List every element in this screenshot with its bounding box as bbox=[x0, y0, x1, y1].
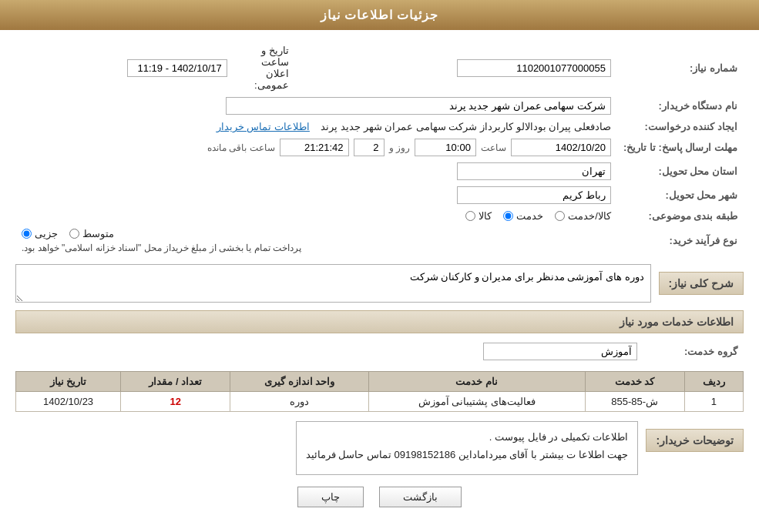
col-quantity: تعداد / مقدار bbox=[121, 372, 230, 392]
back-button[interactable]: بازگشت bbox=[379, 487, 462, 507]
time-input[interactable] bbox=[415, 139, 476, 156]
services-table: ردیف کد خدمت نام خدمت واحد اندازه گیری ت… bbox=[15, 371, 744, 412]
radio-mutawasit-label: متوسط bbox=[82, 228, 114, 239]
purchase-radio-group: متوسط جزیی bbox=[22, 228, 114, 239]
buttons-row: بازگشت چاپ bbox=[15, 487, 744, 507]
description-row: شرح کلی نیاز: دوره های آموزشی مدنظر برای… bbox=[15, 264, 744, 303]
purchase-label: نوع فرآیند خرید: bbox=[617, 225, 744, 256]
row-category: طبقه بندی موضوعی: کالا/خدمت خدمت کالا bbox=[15, 207, 744, 225]
purchase-options: متوسط جزیی پرداخت تمام یا بخشی از مبلغ خ… bbox=[15, 225, 617, 256]
content-area: شماره نیاز: تاریخ و ساعت اعلان عمومی: نا… bbox=[0, 30, 759, 527]
buyer-input[interactable] bbox=[226, 97, 611, 115]
row-deadline: مهلت ارسال پاسخ: تا تاریخ: ساعت روز و سا… bbox=[15, 136, 744, 159]
service-group-value bbox=[15, 340, 643, 363]
buyer-label: نام دستگاه خریدار: bbox=[617, 94, 744, 118]
row-creator: ایجاد کننده درخواست: صادفعلی پیران بودال… bbox=[15, 118, 744, 136]
city-label: شهر محل تحویل: bbox=[617, 183, 744, 207]
row-need-number: شماره نیاز: تاریخ و ساعت اعلان عمومی: bbox=[15, 42, 744, 94]
category-radio-group: کالا/خدمت خدمت کالا bbox=[22, 210, 611, 222]
radio-khedmat: خدمت bbox=[503, 210, 543, 222]
province-value bbox=[15, 159, 617, 183]
creator-text: صادفعلی پیران بودالالو کاربرداز شرکت سها… bbox=[321, 121, 611, 132]
description-textarea[interactable]: دوره های آموزشی مدنظر برای مدیران و کارک… bbox=[15, 264, 651, 303]
cell-date-1: 1402/10/23 bbox=[16, 392, 121, 412]
cell-row-1: 1 bbox=[684, 392, 743, 412]
radio-jozyi-label: جزیی bbox=[35, 228, 58, 239]
remaining-label: ساعت باقی مانده bbox=[207, 142, 275, 153]
info-table: شماره نیاز: تاریخ و ساعت اعلان عمومی: نا… bbox=[15, 42, 744, 256]
creator-label: ایجاد کننده درخواست: bbox=[617, 118, 744, 136]
radio-jozyi: جزیی bbox=[22, 228, 58, 239]
deadline-label: مهلت ارسال پاسخ: تا تاریخ: bbox=[617, 136, 744, 159]
col-unit: واحد اندازه گیری bbox=[230, 372, 368, 392]
services-header-row: ردیف کد خدمت نام خدمت واحد اندازه گیری ت… bbox=[16, 372, 744, 392]
col-row: ردیف bbox=[684, 372, 743, 392]
print-button[interactable]: چاپ bbox=[297, 487, 364, 507]
radio-jozyi-input[interactable] bbox=[22, 229, 32, 239]
table-row: 1 ش-85-855 فعالیت‌های پشتیبانی آموزش دور… bbox=[16, 392, 744, 412]
service-group-label: گروه خدمت: bbox=[643, 340, 744, 363]
cell-name-1: فعالیت‌های پشتیبانی آموزش bbox=[368, 392, 585, 412]
buyer-desc-line2: جهت اطلاعا ت بیشتر با آقای میرداماداین 0… bbox=[306, 446, 629, 463]
province-label: استان محل تحویل: bbox=[617, 159, 744, 183]
buyer-desc-label: توضیحات خریدار: bbox=[646, 429, 744, 452]
radio-kala: کالا bbox=[465, 210, 492, 222]
deadline-values: ساعت روز و ساعت باقی مانده bbox=[15, 136, 617, 159]
announce-value bbox=[15, 42, 233, 94]
city-value bbox=[15, 183, 617, 207]
radio-kala-label: کالا bbox=[479, 210, 492, 222]
category-radios: کالا/خدمت خدمت کالا bbox=[15, 207, 617, 225]
province-input[interactable] bbox=[457, 162, 611, 180]
deadline-row-flex: ساعت روز و ساعت باقی مانده bbox=[22, 139, 611, 156]
deadline-date-input[interactable] bbox=[511, 139, 611, 156]
services-table-body: 1 ش-85-855 فعالیت‌های پشتیبانی آموزش دور… bbox=[16, 392, 744, 412]
service-group-table: گروه خدمت: bbox=[15, 340, 744, 363]
announce-input[interactable] bbox=[127, 59, 227, 77]
cell-unit-1: دوره bbox=[230, 392, 368, 412]
description-section-title: شرح کلی نیاز: bbox=[659, 272, 744, 295]
announce-label: تاریخ و ساعت اعلان عمومی: bbox=[233, 42, 295, 94]
row-service-group: گروه خدمت: bbox=[15, 340, 744, 363]
city-input[interactable] bbox=[457, 186, 611, 204]
need-number-input[interactable] bbox=[457, 59, 611, 77]
need-number-value bbox=[295, 42, 617, 94]
creator-link[interactable]: اطلاعات تماس خریدار bbox=[217, 121, 310, 132]
purchase-options-container: متوسط جزیی پرداخت تمام یا بخشی از مبلغ خ… bbox=[22, 228, 611, 253]
radio-kala-khedmat: کالا/خدمت bbox=[555, 210, 611, 222]
col-date: تاریخ نیاز bbox=[16, 372, 121, 392]
radio-khedmat-label: خدمت bbox=[516, 210, 543, 222]
page-wrapper: جزئیات اطلاعات نیاز شماره نیاز: تاریخ و … bbox=[0, 0, 759, 532]
day-label: روز و bbox=[389, 142, 410, 153]
category-label: طبقه بندی موضوعی: bbox=[617, 207, 744, 225]
header-title-text: جزئیات اطلاعات نیاز bbox=[321, 8, 439, 22]
radio-khedmat-input[interactable] bbox=[503, 211, 513, 221]
remaining-time-input[interactable] bbox=[280, 139, 349, 156]
time-label: ساعت bbox=[481, 142, 506, 153]
buyer-value bbox=[15, 94, 617, 118]
services-section-title: اطلاعات خدمات مورد نیاز bbox=[15, 310, 744, 333]
day-input[interactable] bbox=[354, 139, 385, 156]
col-name: نام خدمت bbox=[368, 372, 585, 392]
radio-kala-input[interactable] bbox=[465, 211, 475, 221]
cell-quantity-1: 12 bbox=[121, 392, 230, 412]
row-city: شهر محل تحویل: bbox=[15, 183, 744, 207]
row-buyer: نام دستگاه خریدار: bbox=[15, 94, 744, 118]
creator-value: صادفعلی پیران بودالالو کاربرداز شرکت سها… bbox=[15, 118, 617, 136]
row-purchase: نوع فرآیند خرید: متوسط جزیی bbox=[15, 225, 744, 256]
service-group-input[interactable] bbox=[483, 343, 637, 360]
row-province: استان محل تحویل: bbox=[15, 159, 744, 183]
need-number-label: شماره نیاز: bbox=[617, 42, 744, 94]
col-code: کد خدمت bbox=[585, 372, 684, 392]
buyer-desc-row: توضیحات خریدار: اطلاعات تکمیلی در فایل پ… bbox=[15, 421, 744, 475]
radio-kala-khedmat-label: کالا/خدمت bbox=[568, 210, 611, 222]
radio-kala-khedmat-input[interactable] bbox=[555, 211, 565, 221]
buyer-desc-box: اطلاعات تکمیلی در فایل پیوست . جهت اطلاع… bbox=[296, 421, 639, 475]
page-title: جزئیات اطلاعات نیاز bbox=[0, 0, 759, 30]
buyer-desc-line1: اطلاعات تکمیلی در فایل پیوست . bbox=[306, 428, 629, 446]
radio-mutawasit: متوسط bbox=[69, 228, 114, 239]
cell-code-1: ش-85-855 bbox=[585, 392, 684, 412]
purchase-note: پرداخت تمام یا بخشی از مبلغ خریداز محل "… bbox=[22, 243, 301, 253]
services-table-head: ردیف کد خدمت نام خدمت واحد اندازه گیری ت… bbox=[16, 372, 744, 392]
radio-mutawasit-input[interactable] bbox=[69, 229, 79, 239]
